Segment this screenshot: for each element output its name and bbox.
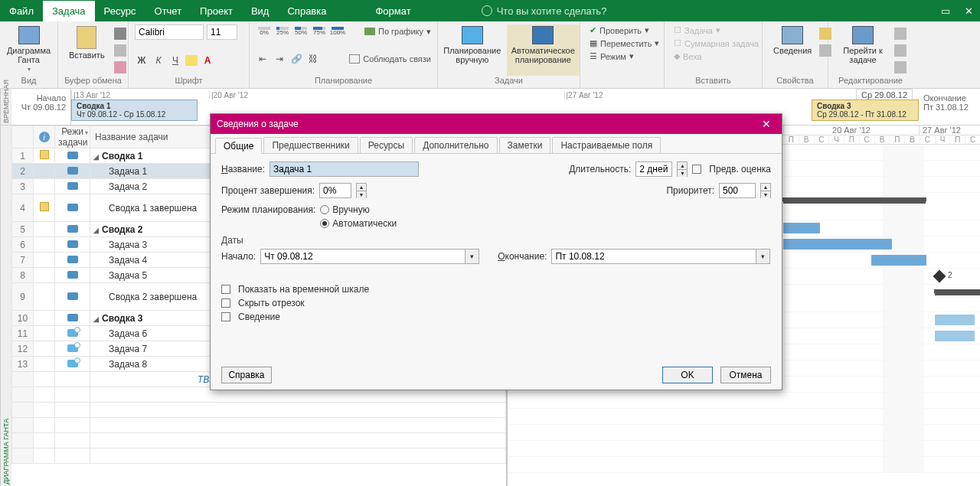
name-input[interactable] xyxy=(270,161,419,177)
ok-button[interactable]: OK xyxy=(662,367,713,383)
insert-task-button[interactable]: ☐Задача ▾ xyxy=(671,24,756,36)
priority-input[interactable] xyxy=(719,183,756,198)
inspect-button[interactable]: ✔Проверить ▾ xyxy=(586,24,658,36)
finish-label: Окончание: xyxy=(498,251,547,262)
info-header-icon: i xyxy=(39,132,50,142)
menu-view[interactable]: Вид xyxy=(242,1,279,21)
underline-button[interactable]: Ч xyxy=(168,54,182,67)
pct-50-button[interactable]: 50% xyxy=(292,24,309,38)
tab-custom-fields[interactable]: Настраиваемые поля xyxy=(552,137,661,153)
group-insert-title: Вставить xyxy=(671,76,756,85)
priority-spinner[interactable]: ▲▼ xyxy=(760,183,771,198)
font-size-combo[interactable] xyxy=(207,24,237,40)
menu-format[interactable]: Формат xyxy=(366,1,420,21)
pct-100-button[interactable]: 100% xyxy=(329,24,346,38)
hide-bar-label: Скрыть отрезок xyxy=(238,298,305,308)
by-schedule-icon xyxy=(364,28,375,35)
dialog-close-icon[interactable]: ✕ xyxy=(757,116,776,132)
window-buttons: ▭ ✕ xyxy=(934,5,980,17)
tab-predecessors[interactable]: Предшественники xyxy=(263,137,358,153)
task-mode-icon xyxy=(67,271,78,279)
cut-icon[interactable] xyxy=(114,28,126,40)
hide-bar-checkbox[interactable] xyxy=(221,298,230,308)
move-button[interactable]: ▦Переместить ▾ xyxy=(586,38,658,49)
menu-project[interactable]: Проект xyxy=(191,1,242,21)
pct-75-button[interactable]: 75% xyxy=(311,24,328,38)
close-icon[interactable]: ✕ xyxy=(957,5,980,17)
col-rownum[interactable] xyxy=(12,126,34,148)
menu-report[interactable]: Отчет xyxy=(145,1,191,21)
font-name-combo[interactable] xyxy=(135,24,204,40)
finish-date-combo[interactable] xyxy=(551,249,756,264)
note-icon xyxy=(40,202,49,211)
insert-milestone-button[interactable]: ◆Веха xyxy=(671,51,756,62)
timeline-tick-1: |13 Авг '12 xyxy=(71,91,209,99)
bold-button[interactable]: Ж xyxy=(135,54,149,67)
restore-icon[interactable]: ▭ xyxy=(934,5,957,17)
help-button[interactable]: Справка xyxy=(221,367,272,383)
tab-general[interactable]: Общие xyxy=(215,138,262,154)
ribbon-gantt-view[interactable]: Диаграмма Ганта ▾ xyxy=(6,24,51,74)
timeline-tick-2: |20 Авг '12 xyxy=(209,91,564,99)
percent-spinner[interactable]: ▲▼ xyxy=(356,183,367,198)
auto-schedule-icon xyxy=(532,26,554,44)
duration-spinner[interactable]: ▲▼ xyxy=(677,161,688,177)
percent-input[interactable] xyxy=(319,183,351,198)
paste-icon xyxy=(77,26,96,49)
cancel-button[interactable]: Отмена xyxy=(720,367,771,383)
mode-icon: ☰ xyxy=(590,51,597,61)
unlink-icon[interactable]: ⛓ xyxy=(306,52,320,66)
col-mode[interactable]: Режизадачи▾ xyxy=(55,126,90,148)
tab-advanced[interactable]: Дополнительно xyxy=(414,137,497,153)
percent-label: Процент завершения: xyxy=(221,185,315,196)
tab-notes[interactable]: Заметки xyxy=(499,137,551,153)
respect-links-icon xyxy=(349,54,360,64)
timeline-bar-1[interactable]: Сводка 1Чт 09.08.12 - Ср 15.08.12 xyxy=(71,99,198,121)
respect-links-button[interactable]: Соблюдать связи xyxy=(349,54,431,64)
show-timeline-checkbox[interactable] xyxy=(221,285,230,294)
italic-button[interactable]: К xyxy=(152,54,165,67)
ribbon-paste[interactable]: Вставить xyxy=(64,24,109,73)
mode-button[interactable]: ☰Режим ▾ xyxy=(586,51,658,62)
pct-25-button[interactable]: 25% xyxy=(274,24,291,38)
task-mode-icon xyxy=(67,152,78,159)
clear-icon[interactable] xyxy=(894,44,906,57)
link-icon[interactable]: 🔗 xyxy=(289,52,303,66)
menu-help[interactable]: Справка xyxy=(278,1,335,21)
format-painter-icon[interactable] xyxy=(114,61,126,73)
duration-input[interactable] xyxy=(635,161,672,177)
pct-0-button[interactable]: 0% xyxy=(256,24,273,38)
chevron-down-icon[interactable]: ▾ xyxy=(756,249,770,264)
sched-auto-radio[interactable]: Автоматически xyxy=(320,218,397,229)
manual-schedule-icon xyxy=(462,26,483,44)
sched-manual-radio[interactable]: Вручную xyxy=(320,204,397,215)
task-icon: ☐ xyxy=(674,25,681,35)
chevron-down-icon[interactable]: ▾ xyxy=(466,249,479,264)
copy-icon[interactable] xyxy=(114,44,126,57)
by-schedule-button[interactable]: По графику ▾ xyxy=(364,27,431,37)
insert-summary-button[interactable]: ☐Суммарная задача xyxy=(671,38,756,49)
menu-task[interactable]: Задача xyxy=(43,1,95,21)
timeline-bar-3[interactable]: Сводка 3Ср 29.08.12 - Пт 31.08.12 xyxy=(812,99,919,121)
dialog-titlebar[interactable]: Сведения о задаче ✕ xyxy=(211,114,782,134)
tell-me-search[interactable]: Что вы хотите сделать? xyxy=(482,5,607,17)
group-edit-title: Редактирование xyxy=(835,76,906,85)
fill-color-button[interactable] xyxy=(185,55,198,66)
milestone-icon: ◆ xyxy=(674,51,680,61)
find-icon[interactable] xyxy=(894,28,906,40)
fill-icon[interactable] xyxy=(894,61,906,73)
manual-schedule-button[interactable]: Планирование вручную xyxy=(438,24,507,76)
col-info[interactable]: i xyxy=(34,126,55,148)
outdent-icon[interactable]: ⇤ xyxy=(256,52,270,66)
start-date-combo[interactable] xyxy=(260,249,466,264)
info-button[interactable]: Сведения xyxy=(769,24,816,57)
rollup-checkbox[interactable] xyxy=(221,312,230,321)
auto-schedule-button[interactable]: Автоматическое планирование xyxy=(507,24,580,76)
font-color-button[interactable]: A xyxy=(201,54,214,67)
tab-resources[interactable]: Ресурсы xyxy=(360,137,413,153)
estimate-checkbox[interactable] xyxy=(692,165,701,174)
menu-resource[interactable]: Ресурс xyxy=(95,1,145,21)
goto-task-button[interactable]: Перейти к задаче xyxy=(835,24,891,66)
indent-icon[interactable]: ⇥ xyxy=(273,52,286,66)
menu-file[interactable]: Файл xyxy=(0,1,43,21)
